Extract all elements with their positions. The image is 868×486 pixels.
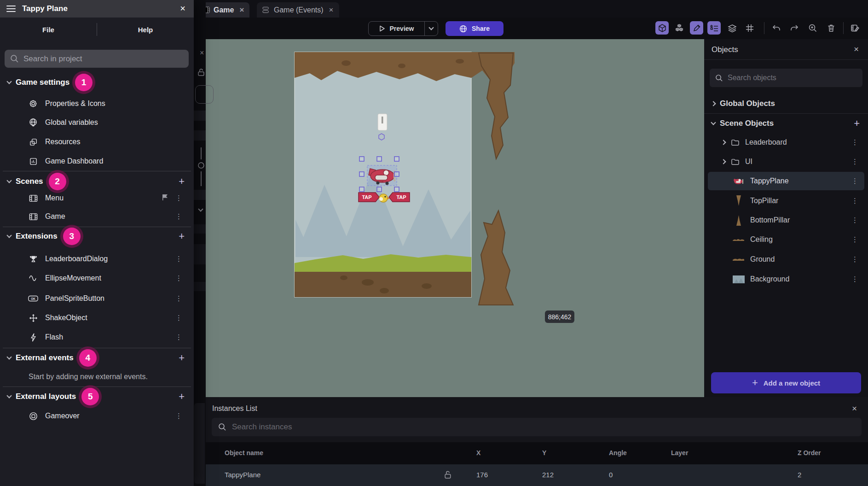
item-game-dashboard[interactable]: Game Dashboard [0, 153, 194, 169]
kebab-menu-icon[interactable]: ⋮ [175, 194, 183, 202]
add-object-plus-icon[interactable]: + [854, 118, 860, 129]
item-layout-gameover[interactable]: Gameover ⋮ [0, 408, 194, 424]
global-objects-section[interactable]: Global Objects [704, 96, 868, 111]
object-group-icon [675, 23, 684, 33]
kebab-menu-icon[interactable]: ⋮ [851, 197, 859, 205]
kebab-menu-icon[interactable]: ⋮ [851, 177, 859, 185]
delete-button[interactable] [824, 21, 838, 35]
project-search[interactable] [5, 50, 189, 68]
undo-button[interactable] [770, 21, 783, 35]
kebab-menu-icon[interactable]: ⋮ [175, 294, 183, 303]
tab-game-close-icon[interactable]: × [239, 6, 244, 14]
instances-list-close-icon[interactable]: × [852, 404, 857, 414]
item-properties-icons[interactable]: Properties & Icons [0, 96, 194, 111]
section-game-settings[interactable]: Game settings 1 [0, 75, 194, 90]
object-row-leaderboard[interactable]: Leaderboard ⋮ [708, 133, 864, 152]
tab-game-events[interactable]: Game (Events) × [257, 2, 339, 18]
zoom-in-icon [808, 23, 817, 33]
panel-close-icon[interactable]: × [200, 49, 204, 57]
share-button[interactable]: Share [446, 21, 503, 36]
zoom-button[interactable] [806, 21, 819, 35]
object-row-ceiling[interactable]: Ceiling ⋮ [708, 230, 864, 249]
add-scene-button[interactable]: + [179, 176, 185, 187]
instances-search-input[interactable] [232, 422, 508, 432]
item-scene-menu[interactable]: Menu ⋮ [0, 190, 194, 206]
objects-search-input[interactable] [728, 74, 838, 82]
note-object[interactable] [378, 114, 387, 130]
instance-row-tappyplane[interactable]: TappyPlane 176 212 0 2 [206, 464, 868, 486]
column-x[interactable]: X [476, 449, 480, 457]
render-3d-toggle-button[interactable] [655, 21, 669, 35]
item-scene-game[interactable]: Game ⋮ [0, 209, 194, 224]
kebab-menu-icon[interactable]: ⋮ [175, 412, 183, 420]
objects-panel-close-icon[interactable]: × [854, 44, 859, 54]
object-row-background[interactable]: Background ⋮ [708, 270, 864, 288]
item-resources[interactable]: Resources [0, 134, 194, 150]
grid-toggle-button[interactable] [743, 21, 756, 35]
preview-button[interactable]: Preview [369, 22, 424, 35]
kebab-menu-icon[interactable]: ⋮ [175, 274, 183, 282]
scene-objects-section[interactable]: Scene Objects + [704, 116, 868, 131]
column-object-name[interactable]: Object name [225, 449, 263, 457]
edit-scene-properties-button[interactable] [848, 21, 862, 35]
kebab-menu-icon[interactable]: ⋮ [851, 138, 859, 146]
section-external-events[interactable]: External events 4 + [0, 350, 194, 366]
kebab-menu-icon[interactable]: ⋮ [175, 314, 183, 322]
file-menu[interactable]: File [0, 18, 97, 41]
instances-search[interactable] [212, 418, 862, 436]
drawer-close-icon[interactable]: × [180, 3, 185, 14]
chevron-down-icon [6, 393, 12, 398]
object-row-tappyplane[interactable]: TappyPlane ⋮ [708, 172, 864, 190]
kebab-menu-icon[interactable]: ⋮ [175, 212, 183, 221]
instances-list-button[interactable] [707, 21, 721, 35]
instance-angle[interactable]: 0 [609, 471, 613, 479]
column-z-order[interactable]: Z Order [798, 449, 821, 457]
instance-y[interactable]: 212 [542, 471, 554, 479]
instance-x[interactable]: 176 [476, 471, 488, 479]
object-row-ground[interactable]: Ground ⋮ [708, 250, 864, 269]
kebab-menu-icon[interactable]: ⋮ [851, 235, 859, 244]
add-extension-button[interactable]: + [179, 231, 185, 241]
instance-z-order[interactable]: 2 [798, 471, 801, 479]
project-search-input[interactable] [23, 54, 162, 64]
object-row-toppillar[interactable]: TopPillar ⋮ [708, 192, 864, 210]
kebab-menu-icon[interactable]: ⋮ [851, 216, 859, 224]
top-pillar [479, 53, 513, 159]
column-angle[interactable]: Angle [609, 449, 627, 457]
edit-mode-button[interactable] [690, 21, 703, 35]
add-new-object-button[interactable]: + Add a new object [711, 372, 861, 393]
item-ext-shakeobject[interactable]: ShakeObject ⋮ [0, 310, 194, 326]
slider-fragment[interactable] [198, 147, 204, 186]
kebab-menu-icon[interactable]: ⋮ [851, 158, 859, 166]
unlock-icon[interactable] [444, 470, 452, 479]
item-ext-flash[interactable]: Flash ⋮ [0, 329, 194, 345]
section-scenes[interactable]: Scenes 2 + [0, 174, 194, 189]
item-ext-panelspritebutton[interactable]: OK PanelSpriteButton ⋮ [0, 291, 194, 306]
item-ext-leaderboarddialog[interactable]: LeaderboardDialog ⋮ [0, 251, 194, 267]
item-ext-ellipsemovement[interactable]: EllipseMovement ⋮ [0, 270, 194, 286]
tab-game-events-close-icon[interactable]: × [329, 6, 334, 14]
kebab-menu-icon[interactable]: ⋮ [851, 255, 859, 263]
column-layer[interactable]: Layer [671, 449, 688, 457]
tap-button-left[interactable]: TAP [359, 193, 379, 202]
add-external-event-button[interactable]: + [179, 353, 185, 363]
hamburger-menu-icon[interactable] [6, 6, 16, 12]
objects-list-button[interactable] [672, 21, 686, 35]
kebab-menu-icon[interactable]: ⋮ [851, 275, 859, 283]
objects-search[interactable] [710, 69, 862, 87]
help-menu[interactable]: Help [97, 18, 194, 41]
tap-button-right[interactable]: TAP [389, 193, 410, 202]
scene-editor-canvas[interactable]: TAP TAP 886;462 [206, 39, 704, 397]
add-external-layout-button[interactable]: + [179, 392, 185, 402]
kebab-menu-icon[interactable]: ⋮ [175, 333, 183, 341]
column-y[interactable]: Y [542, 449, 546, 457]
layers-panel-button[interactable] [725, 21, 739, 35]
redo-button[interactable] [787, 21, 801, 35]
preview-dropdown-button[interactable] [425, 22, 438, 35]
object-row-ui[interactable]: UI ⋮ [708, 152, 864, 171]
kebab-menu-icon[interactable]: ⋮ [175, 255, 183, 263]
section-extensions[interactable]: Extensions 3 + [0, 228, 194, 244]
section-external-layouts[interactable]: External layouts 5 + [0, 389, 194, 404]
object-row-bottompillar[interactable]: BottomPillar ⋮ [708, 211, 864, 229]
item-global-variables[interactable]: Global variables [0, 115, 194, 130]
